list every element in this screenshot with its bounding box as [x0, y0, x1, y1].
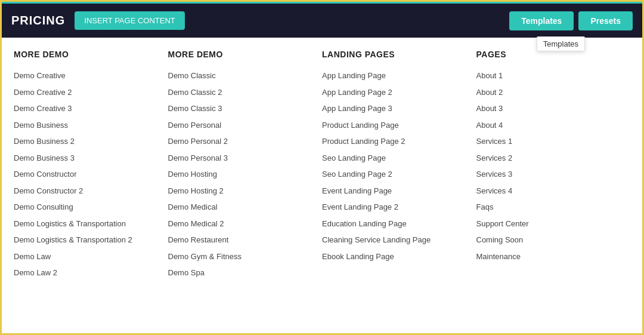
list-item[interactable]: Faqs	[476, 199, 625, 216]
column-more-demo-2: MORE DEMODemo ClassicDemo Classic 2Demo …	[168, 50, 323, 325]
templates-button[interactable]: Templates	[509, 11, 574, 30]
list-item[interactable]: Demo Classic 3	[168, 100, 317, 117]
list-item[interactable]: Demo Creative 2	[14, 84, 162, 101]
list-item[interactable]: Demo Consulting	[14, 199, 162, 216]
list-item[interactable]: Demo Constructor 2	[14, 183, 162, 199]
list-item[interactable]: Demo Creative 3	[14, 100, 162, 117]
list-item[interactable]: App Landing Page	[322, 67, 470, 84]
list-item[interactable]: Ebook Landing Page	[322, 248, 470, 265]
column-landing-pages: LANDING PAGESApp Landing PageApp Landing…	[322, 50, 476, 325]
list-item[interactable]: Demo Business 3	[14, 150, 162, 167]
list-item[interactable]: Demo Personal 2	[168, 133, 317, 150]
list-item[interactable]: Services 1	[476, 133, 625, 150]
logo: PRICING	[11, 14, 65, 27]
list-item[interactable]: Demo Hosting	[168, 166, 317, 183]
list-item[interactable]: App Landing Page 3	[322, 100, 470, 117]
list-item[interactable]: Coming Soon	[476, 232, 625, 248]
list-item[interactable]: Education Landing Page	[322, 216, 470, 232]
column-header-more-demo-1: MORE DEMO	[14, 50, 162, 59]
header-left: PRICING INSERT PAGE CONTENT	[11, 11, 185, 30]
list-item[interactable]: Event Landing Page 2	[322, 199, 470, 216]
list-item[interactable]: Demo Law	[14, 248, 162, 265]
insert-page-content-button[interactable]: INSERT PAGE CONTENT	[75, 11, 184, 30]
list-item[interactable]: Product Landing Page	[322, 117, 470, 134]
list-item[interactable]: Demo Classic 2	[168, 84, 317, 101]
list-item[interactable]: Demo Law 2	[14, 265, 162, 281]
column-more-demo-1: MORE DEMODemo CreativeDemo Creative 2Dem…	[14, 50, 168, 325]
list-item[interactable]: About 2	[476, 84, 625, 101]
list-item[interactable]: Services 2	[476, 150, 625, 167]
list-item[interactable]: Demo Restaurent	[168, 232, 317, 248]
list-item[interactable]: About 4	[476, 117, 625, 134]
column-pages: PAGESAbout 1About 2About 3About 4Service…	[476, 50, 631, 325]
list-item[interactable]: Demo Creative	[14, 67, 162, 84]
column-header-landing-pages: LANDING PAGES	[322, 50, 470, 59]
list-item[interactable]: Demo Spa	[168, 265, 317, 281]
list-item[interactable]: Services 3	[476, 166, 625, 183]
list-item[interactable]: Demo Personal	[168, 117, 317, 134]
list-item[interactable]: Demo Constructor	[14, 166, 162, 183]
list-item[interactable]: Demo Business 2	[14, 133, 162, 150]
list-item[interactable]: Demo Classic	[168, 67, 317, 84]
list-item[interactable]: Seo Landing Page 2	[322, 166, 470, 183]
list-item[interactable]: About 1	[476, 67, 625, 84]
list-item[interactable]: Event Landing Page	[322, 183, 470, 199]
list-item[interactable]: Demo Logistics & Transportation 2	[14, 232, 162, 248]
main-content: MORE DEMODemo CreativeDemo Creative 2Dem…	[2, 38, 642, 335]
list-item[interactable]: App Landing Page 2	[322, 84, 470, 101]
list-item[interactable]: Demo Hosting 2	[168, 183, 317, 199]
header: PRICING INSERT PAGE CONTENT Templates Pr…	[2, 2, 642, 38]
list-item[interactable]: Demo Medical 2	[168, 216, 317, 232]
list-item[interactable]: Seo Landing Page	[322, 150, 470, 167]
presets-button[interactable]: Presets	[578, 11, 633, 30]
column-header-more-demo-2: MORE DEMO	[168, 50, 317, 59]
list-item[interactable]: Product Landing Page 2	[322, 133, 470, 150]
list-item[interactable]: Demo Gym & Fitness	[168, 248, 317, 265]
list-item[interactable]: Cleaning Service Landing Page	[322, 232, 470, 248]
header-right: Templates Presets Templates	[509, 11, 633, 30]
list-item[interactable]: Demo Personal 3	[168, 150, 317, 167]
list-item[interactable]: Demo Medical	[168, 199, 317, 216]
list-item[interactable]: Support Center	[476, 216, 625, 232]
list-item[interactable]: About 3	[476, 100, 625, 117]
list-item[interactable]: Demo Business	[14, 117, 162, 134]
list-item[interactable]: Demo Logistics & Transportation	[14, 216, 162, 232]
list-item[interactable]: Maintenance	[476, 248, 625, 265]
list-item[interactable]: Services 4	[476, 183, 625, 199]
templates-tooltip: Templates	[537, 36, 585, 51]
